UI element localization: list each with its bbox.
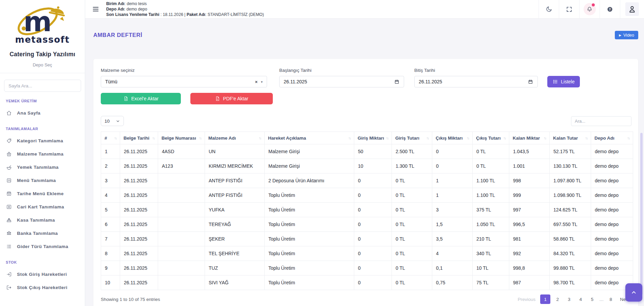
help-button[interactable]: ? — [600, 0, 620, 18]
user-menu[interactable] — [620, 0, 644, 18]
sidebar-item-kasa-tan-mlama[interactable]: Kasa Tanımlama — [0, 213, 85, 227]
sidebar-item-tarihe-men-ekleme[interactable]: Tarihe Menü Ekleme — [0, 187, 85, 200]
column-header-0[interactable]: #↑↓ — [101, 132, 120, 144]
table-row: 926.11.2025TUZToplu Üretim00 TL0,110 TL9… — [101, 261, 633, 276]
filter-row: Malzeme seçiniz Tümü × ▾ Başlangıç Tarih… — [101, 68, 636, 87]
sort-icon[interactable]: ↑↓ — [425, 136, 429, 140]
column-header-label: Giriş Tutarı — [395, 136, 419, 141]
table-cell: 0 — [354, 261, 392, 276]
home-icon — [6, 110, 12, 116]
video-button[interactable]: ▶ Video — [615, 31, 638, 39]
pagination-page-4[interactable]: 4 — [576, 294, 585, 304]
sidebar-search-input[interactable] — [4, 80, 81, 92]
page-size-select[interactable]: 10 — [101, 116, 124, 126]
pagination-page-8[interactable]: 8 — [606, 294, 615, 304]
table-cell: 0 — [432, 159, 473, 174]
table-cell: demo depo — [591, 203, 633, 217]
export-excel-button[interactable]: x Excel'e Aktar — [101, 93, 181, 104]
start-date-input[interactable]: 26.11.2025 — [279, 76, 404, 87]
column-header-8[interactable]: Çıkış Tutarı↑↓ — [473, 132, 509, 144]
table-search-input[interactable] — [571, 116, 631, 126]
calendar-icon[interactable] — [528, 79, 533, 85]
page-title-row: AMBAR DEFTERİ ▶ Video — [93, 31, 638, 39]
sort-icon[interactable]: ↑↓ — [502, 136, 506, 140]
pagination-page-1[interactable]: 1 — [540, 294, 550, 304]
table-cell: 10 — [354, 159, 392, 174]
table-row: 426.11.2025ANTEP FISTIĞIToplu Üretim00 T… — [101, 188, 633, 203]
table-cell: 84.320 TL — [550, 246, 591, 261]
table-cell: 2.500 TL — [392, 144, 432, 159]
sort-icon[interactable]: ↑↓ — [347, 136, 351, 140]
notifications-button[interactable] — [579, 0, 600, 18]
table-row: 326.11.2025ANTEP FISTIĞI2 Deposuna Ürün … — [101, 174, 633, 188]
pagination-page-5[interactable]: 5 — [588, 294, 596, 304]
box-in-icon — [6, 271, 12, 278]
column-header-3[interactable]: Malzeme Adı↑↓ — [205, 132, 265, 144]
bell-icon — [586, 6, 593, 13]
table-cell: 998,8 — [509, 261, 550, 276]
sort-icon[interactable]: ↑↓ — [466, 136, 469, 140]
pagination-page-3[interactable]: 3 — [565, 294, 573, 304]
column-header-1[interactable]: Belge Tarihi↑↓ — [120, 132, 158, 144]
column-header-9[interactable]: Kalan Miktar↑↓ — [509, 132, 550, 144]
column-header-4[interactable]: Hareket Açıklama↑↓ — [265, 132, 354, 144]
end-date-input[interactable]: 26.11.2025 — [414, 76, 538, 87]
sidebar-item-men-tan-mlama[interactable]: Menü Tanımlama — [0, 174, 85, 187]
column-header-11[interactable]: Depo Adı↑↓ — [591, 132, 633, 144]
column-header-2[interactable]: Belge Numarası↑↓ — [158, 132, 205, 144]
dark-mode-toggle[interactable] — [538, 0, 559, 18]
sidebar-item-stok-k-hareketleri[interactable]: Stok Çıkış Hareketleri — [0, 281, 85, 294]
clear-icon[interactable]: × — [253, 79, 259, 84]
sort-icon[interactable]: ↑↓ — [385, 136, 389, 140]
table-cell: demo depo — [591, 232, 633, 246]
table-row: 726.11.2025ŞEKERToplu Üretim00 TL3,5210 … — [101, 232, 633, 246]
table-cell: 375 TL — [473, 203, 509, 217]
sidebar-item-yemek-tan-mlama[interactable]: Yemek Tanımlama — [0, 161, 85, 174]
sort-icon[interactable]: ↑↓ — [543, 136, 546, 140]
warehouse-select-link[interactable]: Depo Seç — [0, 62, 85, 67]
column-header-5[interactable]: Giriş Miktarı↑↓ — [354, 132, 392, 144]
column-header-6[interactable]: Giriş Tutarı↑↓ — [392, 132, 432, 144]
table-cell: 0 — [354, 174, 392, 188]
scrollbar[interactable] — [640, 133, 643, 295]
sidebar: m metassoft Catering Takip Yazılımı Depo… — [0, 0, 85, 306]
notification-badge — [592, 3, 595, 6]
table-cell: TEL ŞEHRİYE — [205, 246, 265, 261]
material-select-label: Malzeme seçiniz — [101, 68, 267, 73]
table-cell: demo depo — [591, 246, 633, 261]
column-header-10[interactable]: Kalan Tutar↑↓ — [550, 132, 591, 144]
sidebar-item-ana-sayfa[interactable]: Ana Sayfa — [0, 106, 85, 120]
sort-icon[interactable]: ↑↓ — [626, 136, 630, 140]
column-header-label: Belge Tarihi — [124, 136, 149, 141]
table-row: 126.11.20254ASDUNMalzeme Girişi502.500 T… — [101, 144, 633, 159]
sidebar-item-cari-kart-tan-mlama[interactable]: Cari Kart Tanımlama — [0, 200, 85, 213]
calendar-icon[interactable] — [394, 79, 400, 85]
scroll-to-top-button[interactable] — [625, 283, 642, 302]
material-select[interactable]: Tümü × ▾ — [101, 76, 267, 87]
pagination-page-2[interactable]: 2 — [553, 294, 562, 304]
sort-icon[interactable]: ↑↓ — [113, 136, 117, 140]
chevron-down-icon: ▾ — [261, 80, 263, 84]
sort-icon[interactable]: ↑↓ — [198, 136, 202, 140]
sidebar-item-malzeme-tan-mlama[interactable]: Malzeme Tanımlama — [0, 147, 85, 161]
sidebar-item-label: Gider Türü Tanımlama — [17, 244, 68, 249]
sort-icon[interactable]: ↑↓ — [151, 136, 155, 140]
sort-icon[interactable]: ↑↓ — [584, 136, 588, 140]
sidebar-item-label: Stok Giriş Hareketleri — [17, 272, 67, 277]
sidebar-item-banka-tan-mlama[interactable]: Banka Tanımlama — [0, 227, 85, 240]
pagination-previous[interactable]: Previous — [516, 297, 538, 302]
column-header-7[interactable]: Çıkış Miktarı↑↓ — [432, 132, 473, 144]
list-icon — [6, 244, 12, 250]
export-pdf-button[interactable]: PDF'e Aktar — [190, 93, 273, 104]
sidebar-item-kategori-tan-mlama[interactable]: Kategori Tanımlama — [0, 134, 85, 147]
sidebar-item-gider-t-r-tan-mlama[interactable]: Gider Türü Tanımlama — [0, 240, 85, 253]
table-cell: 98.700 TL — [550, 276, 591, 290]
sidebar-divider — [0, 73, 85, 73]
list-button[interactable]: Listele — [547, 76, 580, 87]
sort-icon[interactable]: ↑↓ — [258, 136, 261, 140]
table-cell: TUZ — [205, 261, 265, 276]
sidebar-item-stok-giri-hareketleri[interactable]: Stok Giriş Hareketleri — [0, 268, 85, 281]
hamburger-menu-icon[interactable] — [85, 0, 106, 18]
table-cell: 210 TL — [473, 232, 509, 246]
fullscreen-button[interactable] — [559, 0, 579, 18]
